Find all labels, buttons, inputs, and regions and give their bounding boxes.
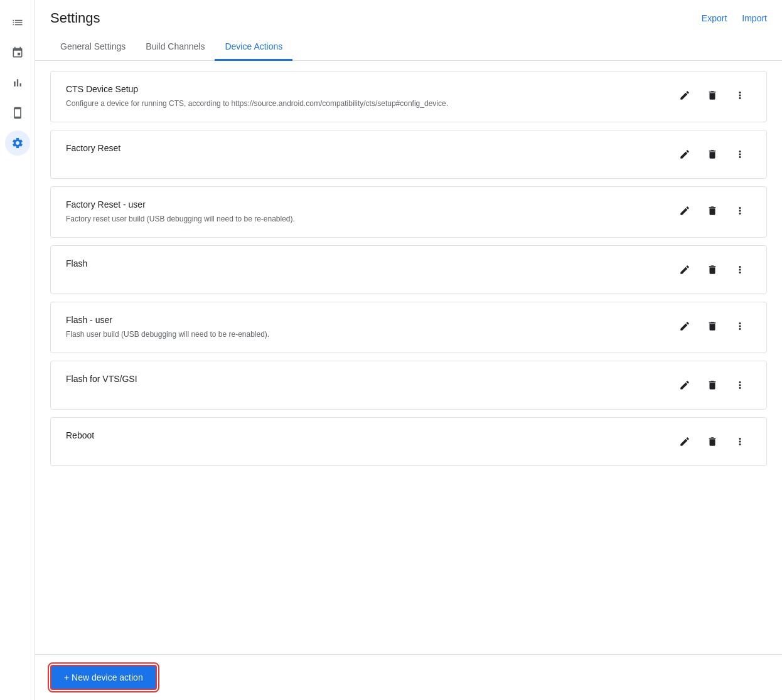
more-button[interactable] — [729, 84, 751, 107]
action-card-cts-device-setup: CTS Device SetupConfigure a device for r… — [50, 71, 767, 122]
action-info: Flash — [66, 258, 663, 272]
device-actions-list: CTS Device SetupConfigure a device for r… — [35, 61, 782, 654]
sidebar-item-chart[interactable] — [5, 70, 30, 95]
action-description: Factory reset user build (USB debugging … — [66, 213, 663, 225]
action-card-factory-reset-user: Factory Reset - userFactory reset user b… — [50, 186, 767, 238]
action-card-flash-user: Flash - userFlash user build (USB debugg… — [50, 302, 767, 353]
tab-build-channels[interactable]: Build Channels — [136, 34, 215, 61]
more-button[interactable] — [729, 258, 751, 281]
sidebar-item-device[interactable] — [5, 100, 30, 125]
delete-button[interactable] — [701, 143, 724, 166]
export-button[interactable]: Export — [702, 13, 727, 23]
edit-button[interactable] — [673, 430, 696, 453]
header: Settings Export Import — [35, 0, 782, 26]
action-card-reboot: Reboot — [50, 417, 767, 466]
delete-button[interactable] — [701, 84, 724, 107]
action-card-flash-vts-gsi: Flash for VTS/GSI — [50, 361, 767, 410]
page-title: Settings — [50, 10, 100, 26]
action-description: Configure a device for running CTS, acco… — [66, 98, 663, 109]
action-controls — [673, 430, 751, 453]
action-controls — [673, 199, 751, 222]
sidebar-item-calendar[interactable] — [5, 40, 30, 65]
action-title: Flash for VTS/GSI — [66, 374, 663, 384]
action-title: Flash — [66, 258, 663, 268]
more-button[interactable] — [729, 315, 751, 337]
action-title: Flash - user — [66, 315, 663, 325]
action-card-factory-reset: Factory Reset — [50, 130, 767, 179]
action-title: Factory Reset — [66, 143, 663, 153]
edit-button[interactable] — [673, 143, 696, 166]
action-title: Factory Reset - user — [66, 199, 663, 209]
tab-device-actions[interactable]: Device Actions — [215, 34, 292, 61]
more-button[interactable] — [729, 143, 751, 166]
delete-button[interactable] — [701, 315, 724, 337]
more-button[interactable] — [729, 199, 751, 222]
edit-button[interactable] — [673, 315, 696, 337]
more-button[interactable] — [729, 374, 751, 396]
action-info: CTS Device SetupConfigure a device for r… — [66, 84, 663, 109]
delete-button[interactable] — [701, 258, 724, 281]
action-controls — [673, 258, 751, 281]
action-controls — [673, 374, 751, 396]
action-title: CTS Device Setup — [66, 84, 663, 94]
action-info: Flash - userFlash user build (USB debugg… — [66, 315, 663, 340]
action-description: Flash user build (USB debugging will nee… — [66, 329, 663, 340]
delete-button[interactable] — [701, 374, 724, 396]
delete-button[interactable] — [701, 199, 724, 222]
action-info: Factory Reset - userFactory reset user b… — [66, 199, 663, 225]
edit-button[interactable] — [673, 84, 696, 107]
header-actions: Export Import — [702, 13, 767, 23]
tab-general-settings[interactable]: General Settings — [50, 34, 136, 61]
edit-button[interactable] — [673, 374, 696, 396]
tabs: General Settings Build Channels Device A… — [35, 34, 782, 61]
edit-button[interactable] — [673, 199, 696, 222]
edit-button[interactable] — [673, 258, 696, 281]
footer: + New device action — [35, 654, 782, 700]
new-device-action-button[interactable]: + New device action — [50, 665, 157, 690]
main-content: Settings Export Import General Settings … — [35, 0, 782, 700]
action-controls — [673, 84, 751, 107]
import-button[interactable]: Import — [742, 13, 767, 23]
action-info: Reboot — [66, 430, 663, 444]
action-controls — [673, 143, 751, 166]
action-info: Flash for VTS/GSI — [66, 374, 663, 388]
action-title: Reboot — [66, 430, 663, 440]
more-button[interactable] — [729, 430, 751, 453]
sidebar — [0, 0, 35, 700]
action-controls — [673, 315, 751, 337]
delete-button[interactable] — [701, 430, 724, 453]
action-info: Factory Reset — [66, 143, 663, 157]
sidebar-item-settings[interactable] — [5, 130, 30, 156]
action-card-flash: Flash — [50, 245, 767, 294]
sidebar-item-list[interactable] — [5, 10, 30, 35]
